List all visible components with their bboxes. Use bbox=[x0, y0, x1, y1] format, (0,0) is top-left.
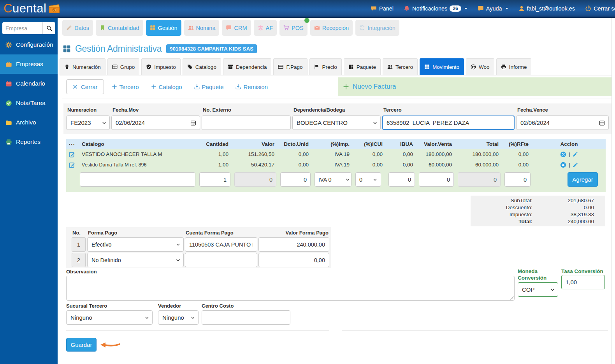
tab-gestion[interactable]: Gestión bbox=[146, 20, 181, 36]
edit-row-icon[interactable] bbox=[573, 162, 578, 168]
sidebar-item-reportes[interactable]: Reportes bbox=[0, 132, 58, 152]
entry-ibua-input[interactable] bbox=[388, 172, 415, 187]
edit-row-icon[interactable] bbox=[573, 152, 578, 157]
subtab-grupo[interactable]: Grupo bbox=[107, 58, 140, 75]
entry-dcto-input[interactable] bbox=[280, 172, 311, 187]
bottom-dividers bbox=[66, 330, 611, 331]
col-imp: (%)Imp. bbox=[313, 141, 353, 147]
tercero-input[interactable]: 6358902 LUCIA PEREZ DAZA bbox=[382, 116, 515, 130]
subtab-tercero[interactable]: Tercero bbox=[383, 58, 418, 75]
delete-icon[interactable] bbox=[560, 151, 566, 158]
tasa-field: Tasa Conversión bbox=[561, 268, 605, 289]
pencil-icon bbox=[66, 25, 72, 31]
subtab-informe[interactable]: Informe bbox=[496, 58, 532, 75]
tab-nomina[interactable]: Nomina bbox=[184, 20, 220, 36]
subtab-label: Dependencia bbox=[236, 64, 267, 70]
observacion-label: Observacion bbox=[66, 269, 97, 275]
tab-crm[interactable]: CRM bbox=[222, 20, 251, 36]
entry-cantidad-input[interactable] bbox=[199, 172, 230, 187]
new-invoice-band[interactable]: Nuevo Factura bbox=[338, 77, 611, 96]
entry-catalogo-input[interactable] bbox=[80, 172, 195, 187]
subtab-woo[interactable]: Woo bbox=[466, 58, 494, 75]
tab-contabilidad[interactable]: Contabilidad bbox=[96, 20, 143, 36]
sidebar-item-configuracion[interactable]: Configuración bbox=[0, 35, 58, 54]
no-externo-input[interactable] bbox=[202, 116, 291, 130]
fecha-mov-input[interactable] bbox=[111, 116, 200, 130]
tab-datos[interactable]: Datos bbox=[62, 20, 93, 36]
sidebar-item-empresas[interactable]: Empresas bbox=[0, 54, 58, 74]
document-form: Numeracion FE2023 Fecha.Mov No. Externo … bbox=[63, 103, 611, 134]
nav-user[interactable]: fabi_st@outlook.es bbox=[518, 5, 575, 12]
tab-label: Datos bbox=[74, 25, 89, 31]
close-button[interactable]: Cerrar bbox=[66, 79, 104, 94]
add-catalogo-label: Catalogo bbox=[159, 84, 182, 90]
cuenta-input[interactable] bbox=[185, 237, 257, 252]
subtab-fpago[interactable]: F.Pago bbox=[273, 58, 307, 75]
cell-valor: 50.420,17 bbox=[232, 162, 278, 168]
tasa-input[interactable] bbox=[561, 275, 605, 289]
entry-imp-select[interactable]: IVA 0 bbox=[315, 172, 351, 187]
power-icon bbox=[585, 5, 591, 12]
sidebar-item-calendario[interactable]: Calendario bbox=[0, 74, 58, 93]
subtab-catalogo[interactable]: Catalogo bbox=[183, 58, 221, 75]
valor-pago-input[interactable] bbox=[258, 253, 329, 267]
archive-icon bbox=[228, 64, 233, 70]
remision-link[interactable]: Remision bbox=[235, 84, 268, 90]
sidebar: Configuración Empresas Calendario Nota/T… bbox=[0, 18, 58, 364]
top-nav-menu: Panel Notificaciones 26 Ayuda fabi_st@ou… bbox=[371, 0, 615, 17]
sucursal-select[interactable]: Ninguno bbox=[66, 310, 153, 325]
tab-pos[interactable]: POS bbox=[279, 20, 308, 36]
subtab-impuesto[interactable]: Impuesto bbox=[141, 58, 181, 75]
vendedor-select[interactable]: Ninguno bbox=[158, 310, 199, 325]
app-logo[interactable]: Cuental $ bbox=[4, 2, 61, 16]
paquete-link[interactable]: Paquete bbox=[194, 84, 224, 90]
subtab-precio[interactable]: Precio bbox=[309, 58, 342, 75]
valor-pago-input[interactable] bbox=[258, 237, 329, 252]
cuenta-input[interactable] bbox=[185, 253, 257, 267]
invoice-toolbar: Cerrar Tercero Catalogo Paquete Remision… bbox=[58, 77, 611, 96]
impuesto-label: Impuesto: bbox=[471, 212, 532, 217]
text-cursor bbox=[470, 119, 470, 126]
sidebar-item-nota-tarea[interactable]: Nota/Tarea bbox=[0, 93, 58, 113]
nav-notifications[interactable]: Notificaciones 26 bbox=[404, 5, 467, 12]
entry-rfte-input[interactable] bbox=[504, 172, 531, 187]
tab-label: Integración bbox=[367, 25, 395, 31]
tab-recepcion[interactable]: Recepción bbox=[310, 20, 353, 36]
centro-costo-input[interactable] bbox=[202, 310, 290, 325]
nav-panel[interactable]: Panel bbox=[371, 5, 394, 12]
add-item-button[interactable]: Agregar bbox=[568, 172, 598, 187]
fecha-vence-input[interactable] bbox=[516, 116, 609, 130]
edit-icon[interactable] bbox=[69, 162, 75, 168]
nav-logout[interactable]: Cerrar sesión bbox=[585, 5, 615, 12]
entry-icui-select[interactable]: 0 bbox=[355, 172, 381, 187]
subtab-numeracion[interactable]: Numeración bbox=[60, 58, 105, 75]
delete-icon[interactable] bbox=[560, 162, 566, 168]
entry-valor-venta-input[interactable] bbox=[419, 172, 454, 187]
add-catalogo-link[interactable]: Catalogo bbox=[151, 84, 182, 90]
numeracion-select[interactable]: FE2023 bbox=[66, 116, 110, 130]
forma-pago-select[interactable]: Efectivo bbox=[87, 237, 184, 252]
forma-pago-select[interactable]: No Definido bbox=[87, 253, 184, 267]
field-dependencia: Dependencia/Bodega BODEGA CENTRO bbox=[292, 107, 381, 130]
col-dcto: Dcto.Unid bbox=[278, 141, 313, 147]
tab-integracion[interactable]: Integración bbox=[355, 20, 399, 36]
col-valor-forma-pago: Valor Forma Pago bbox=[258, 230, 329, 236]
sidebar-item-archivo[interactable]: Archivo bbox=[0, 113, 58, 132]
search-button[interactable] bbox=[42, 22, 55, 34]
subtab-dependencia[interactable]: Dependencia bbox=[223, 58, 272, 75]
company-search-input[interactable] bbox=[2, 22, 42, 34]
toolbar-buttons: Cerrar Tercero Catalogo Paquete Remision bbox=[58, 79, 338, 94]
remision-label: Remision bbox=[243, 84, 268, 90]
observacion-textarea[interactable] bbox=[66, 276, 515, 301]
moneda-select[interactable]: COP bbox=[518, 282, 558, 297]
table-row: VESTIDO ANOCHECER TALLA M 1,00 151.260,5… bbox=[66, 149, 606, 159]
subtab-paquete[interactable]: Paquete bbox=[344, 58, 381, 75]
dependencia-select[interactable]: BODEGA CENTRO bbox=[292, 116, 381, 130]
save-button[interactable]: Guardar bbox=[66, 338, 97, 352]
subtab-movimiento[interactable]: Movimiento bbox=[420, 58, 464, 75]
nav-help[interactable]: Ayuda bbox=[478, 5, 508, 12]
bookmark-icon bbox=[100, 25, 105, 31]
tab-af[interactable]: AF bbox=[254, 20, 277, 36]
edit-icon[interactable] bbox=[69, 151, 75, 158]
add-tercero-link[interactable]: Tercero bbox=[112, 84, 139, 90]
